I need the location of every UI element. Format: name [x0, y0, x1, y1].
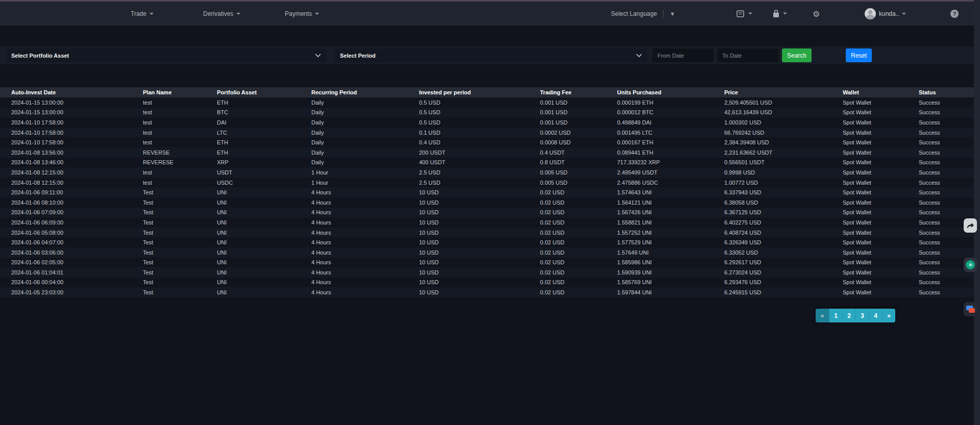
nav-derivatives[interactable]: Derivatives — [203, 10, 240, 17]
nav-payments[interactable]: Payments — [285, 10, 319, 17]
table-header-cell: Trading Fee — [540, 87, 617, 97]
table-cell: 2,509.405501 USD — [724, 97, 843, 108]
table-cell: Test — [143, 237, 217, 247]
language-selector[interactable]: Select Language — [611, 10, 657, 17]
chatgpt-extension-icon[interactable]: ✳ — [964, 258, 977, 272]
username: kunda.. — [879, 10, 899, 17]
table-header-cell: Price — [724, 87, 843, 97]
table-cell: 0.001 USD — [540, 108, 617, 118]
table-cell: test — [143, 137, 217, 147]
table-cell: 0.02 USD — [540, 217, 617, 228]
table-cell: Spot Wallet — [843, 158, 919, 168]
table-row: 2024-01-06 02:05:00TestUNI4 Hours10 USD0… — [0, 258, 980, 268]
table-cell: 1.558821 UNI — [617, 217, 724, 228]
table-cell: Test — [143, 287, 217, 297]
livechat-icon[interactable] — [964, 302, 977, 316]
pagination-next-button[interactable]: » — [882, 309, 895, 322]
table-cell: 0.02 USD — [540, 187, 617, 197]
portfolio-asset-select[interactable]: Select Portfolio Asset — [6, 48, 326, 62]
nav-trade[interactable]: Trade — [131, 10, 154, 17]
table-row: 2024-01-08 13:46:00REVERESEXRPDaily400 U… — [0, 158, 980, 168]
table-cell: 10 USD — [419, 237, 540, 247]
table-cell: 6.402275 USD — [724, 217, 843, 228]
table-cell: 717.339232 XRP — [617, 158, 724, 168]
table-cell: 6.292617 USD — [724, 258, 843, 268]
table-row: 2024-01-05 23:03:00TestUNI4 Hours10 USD0… — [0, 287, 980, 297]
table-cell: 2024-01-06 09:11:00 — [0, 187, 143, 197]
pagination-page-4[interactable]: 4 — [869, 309, 882, 322]
table-cell: 0.02 USD — [540, 247, 617, 258]
chevron-down-icon — [902, 13, 906, 15]
pagination-prev-button[interactable]: « — [816, 309, 829, 322]
user-menu[interactable]: kunda.. — [865, 8, 906, 19]
table-cell: 4 Hours — [311, 217, 419, 228]
help-button[interactable]: ? — [950, 10, 959, 18]
table-cell: REVERESE — [143, 158, 217, 168]
search-button[interactable]: Search — [782, 48, 812, 62]
table-cell: DAI — [217, 117, 311, 128]
share-icon[interactable] — [964, 218, 977, 233]
table-row: 2024-01-15 13:00:00testBTCDaily0.5 USD0.… — [0, 108, 980, 118]
table-cell: 10 USD — [419, 217, 540, 228]
filter-panel: Select Portfolio Asset Select Period Sea… — [0, 46, 980, 64]
table-cell: 0.5 USD — [419, 108, 540, 118]
table-row: 2024-01-06 07:09:00TestUNI4 Hours10 USD0… — [0, 208, 980, 218]
period-select[interactable]: Select Period — [335, 48, 647, 62]
table-cell: Daily — [311, 97, 419, 108]
language-dropdown-icon[interactable]: ▼ — [670, 11, 675, 17]
to-date-input[interactable] — [717, 48, 778, 62]
table-cell: 2024-01-06 06:09:00 — [0, 217, 143, 228]
table-cell: 0.000199 ETH — [617, 97, 724, 108]
table-row: 2024-01-08 13:56:00REVERSEETHDaily200 US… — [0, 147, 980, 158]
pagination-page-1[interactable]: 1 — [829, 309, 842, 322]
table-cell: Test — [143, 208, 217, 218]
table-cell: 1.574643 UNI — [617, 187, 724, 197]
table-cell: UNI — [217, 237, 311, 247]
table-header-cell: Auto-Invest Date — [0, 87, 143, 97]
table-cell: 0.001495 LTC — [617, 128, 724, 138]
table-cell: 6.33052 USD — [724, 247, 843, 258]
table-cell: 1.557252 UNI — [617, 228, 724, 238]
table-cell: 1.597844 UNI — [617, 287, 724, 297]
table-cell: 0.02 USD — [540, 237, 617, 247]
wallet-bag-button[interactable] — [772, 9, 787, 18]
scrollbar-track[interactable] — [974, 0, 980, 425]
nav-derivatives-label: Derivatives — [203, 10, 233, 17]
table-cell: 0.4 USDT — [540, 147, 617, 158]
table-cell: 1.00772 USD — [724, 178, 843, 188]
table-cell: Test — [143, 187, 217, 197]
table-cell: Success — [919, 167, 980, 178]
table-cell: UNI — [217, 208, 311, 218]
table-cell: 2024-01-15 13:00:00 — [0, 97, 143, 108]
table-cell: 66.769242 USD — [724, 128, 843, 138]
table-cell: test — [143, 167, 217, 178]
reset-button[interactable]: Reset — [846, 48, 872, 62]
orders-book-button[interactable] — [737, 10, 752, 17]
pagination-page-2[interactable]: 2 — [842, 309, 855, 322]
table-cell: Daily — [311, 158, 419, 168]
table-cell: 0.02 USD — [540, 228, 617, 238]
table-cell: 2024-01-08 12:15:00 — [0, 167, 143, 178]
table-cell: Success — [919, 147, 980, 158]
table-cell: Success — [919, 208, 980, 218]
pagination-page-3[interactable]: 3 — [855, 309, 869, 322]
table-cell: Daily — [311, 147, 419, 158]
table-cell: 0.000167 ETH — [617, 137, 724, 147]
table-cell: 10 USD — [419, 247, 540, 258]
table-cell: UNI — [217, 287, 311, 297]
table-cell: 42,613.16439 USD — [724, 108, 843, 118]
table-row: 2024-01-06 04:07:00TestUNI4 Hours10 USD0… — [0, 237, 980, 247]
table-cell: 0.498849 DAI — [617, 117, 724, 128]
table-cell: 6.245915 USD — [724, 287, 843, 297]
apps-grid-icon[interactable] — [389, 10, 400, 18]
table-row: 2024-01-08 12:15:00testUSDT1 Hour2.5 USD… — [0, 167, 980, 178]
table-cell: Spot Wallet — [843, 247, 919, 258]
table-header-cell: Status — [919, 87, 980, 97]
table-cell: Success — [919, 117, 980, 128]
table-cell: 10 USD — [419, 228, 540, 238]
table-cell: 6.326349 USD — [724, 237, 843, 247]
table-cell: Spot Wallet — [843, 287, 919, 297]
settings-gear-icon[interactable]: ⚙ — [813, 9, 820, 18]
from-date-input[interactable] — [652, 48, 714, 62]
table-cell: 1.577529 UNI — [617, 237, 724, 247]
